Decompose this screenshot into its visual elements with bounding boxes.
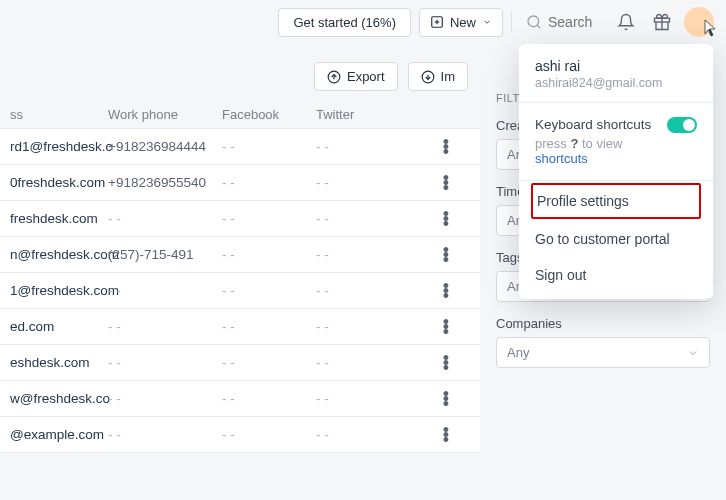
cell-phone: +918236955540 — [108, 175, 222, 190]
cell-email: @example.com — [10, 427, 108, 442]
cell-phone: (257)-715-491 — [108, 247, 222, 262]
row-actions-button[interactable]: ••• — [426, 391, 466, 406]
cell-facebook: - - — [222, 175, 316, 190]
cell-phone: - - — [108, 427, 222, 442]
cell-twitter: - - — [316, 211, 426, 226]
row-actions-button[interactable]: ••• — [426, 319, 466, 334]
row-actions-button[interactable]: ••• — [426, 247, 466, 262]
notifications-button[interactable] — [612, 8, 640, 36]
column-header-twitter[interactable]: Twitter — [316, 107, 426, 122]
row-actions-button[interactable]: ••• — [426, 355, 466, 370]
keyboard-shortcuts-block: Keyboard shortcuts press ? to view short… — [519, 105, 713, 178]
cell-facebook: - - — [222, 139, 316, 154]
cell-phone: - - — [108, 283, 222, 298]
row-actions-button[interactable]: ••• — [426, 211, 466, 226]
cell-twitter: - - — [316, 139, 426, 154]
profile-email: ashirai824@gmail.com — [519, 74, 713, 100]
cell-twitter: - - — [316, 283, 426, 298]
cell-facebook: - - — [222, 283, 316, 298]
search-input[interactable] — [548, 14, 598, 30]
kb-shortcuts-link[interactable]: shortcuts — [535, 151, 588, 166]
menu-divider — [519, 180, 713, 181]
cell-facebook: - - — [222, 319, 316, 334]
import-label: Im — [441, 69, 455, 84]
kb-title: Keyboard shortcuts — [535, 115, 659, 135]
row-actions-button[interactable]: ••• — [426, 175, 466, 190]
row-actions-button[interactable]: ••• — [426, 427, 466, 442]
cell-twitter: - - — [316, 175, 426, 190]
get-started-button[interactable]: Get started (16%) — [278, 8, 411, 37]
cell-phone: - - — [108, 391, 222, 406]
cell-facebook: - - — [222, 355, 316, 370]
table-row[interactable]: n@freshdesk.com(257)-715-491- -- -••• — [0, 237, 480, 273]
svg-point-3 — [528, 16, 539, 27]
cell-email: rd1@freshdesk.c — [10, 139, 108, 154]
cell-email: w@freshdesk.co — [10, 391, 108, 406]
table-row[interactable]: 0freshdesk.com+918236955540- -- -••• — [0, 165, 480, 201]
contacts-table: Export Im ss Work phone Facebook Twitter… — [0, 44, 480, 500]
gift-icon — [653, 13, 671, 31]
cell-twitter: - - — [316, 355, 426, 370]
whats-new-button[interactable] — [648, 8, 676, 36]
cell-phone: +918236984444 — [108, 139, 222, 154]
menu-divider — [519, 102, 713, 103]
cursor-icon — [702, 18, 718, 41]
table-row[interactable]: eshdesk.com- -- -- -••• — [0, 345, 480, 381]
customer-portal-item[interactable]: Go to customer portal — [519, 221, 713, 257]
export-button[interactable]: Export — [314, 62, 398, 91]
cell-facebook: - - — [222, 247, 316, 262]
cell-twitter: - - — [316, 427, 426, 442]
chevron-down-icon — [687, 347, 699, 359]
table-row[interactable]: freshdesk.com- -- -- -••• — [0, 201, 480, 237]
search-button[interactable] — [520, 14, 604, 30]
table-header-row: ss Work phone Facebook Twitter — [0, 101, 480, 128]
cell-twitter: - - — [316, 247, 426, 262]
cell-facebook: - - — [222, 391, 316, 406]
divider — [511, 11, 512, 33]
plus-square-icon — [430, 15, 444, 29]
new-button[interactable]: New — [419, 8, 503, 37]
cell-twitter: - - — [316, 391, 426, 406]
row-actions-button[interactable]: ••• — [426, 283, 466, 298]
new-label: New — [450, 15, 476, 30]
app-header: Get started (16%) New — [0, 0, 726, 44]
bell-icon — [617, 13, 635, 31]
profile-menu: ashi rai ashirai824@gmail.com Keyboard s… — [519, 44, 713, 299]
sign-out-item[interactable]: Sign out — [519, 257, 713, 293]
table-row[interactable]: ed.com- -- -- -••• — [0, 309, 480, 345]
cell-facebook: - - — [222, 427, 316, 442]
cell-facebook: - - — [222, 211, 316, 226]
filter-companies-value: Any — [507, 345, 529, 360]
cell-email: ed.com — [10, 319, 108, 334]
cell-email: freshdesk.com — [10, 211, 108, 226]
kb-toggle[interactable] — [667, 117, 697, 133]
column-header-ss[interactable]: ss — [10, 107, 108, 122]
svg-line-4 — [537, 25, 540, 28]
row-actions-button[interactable]: ••• — [426, 139, 466, 154]
table-row[interactable]: 1@freshdesk.com- -- -- -••• — [0, 273, 480, 309]
column-header-phone[interactable]: Work phone — [108, 107, 222, 122]
chevron-down-icon — [482, 17, 492, 27]
filter-companies-label: Companies — [496, 316, 710, 331]
table-toolbar: Export Im — [0, 44, 480, 101]
cell-email: n@freshdesk.com — [10, 247, 108, 262]
export-icon — [327, 70, 341, 84]
export-label: Export — [347, 69, 385, 84]
filter-companies-select[interactable]: Any — [496, 337, 710, 368]
profile-avatar-button[interactable] — [684, 7, 714, 37]
profile-settings-item[interactable]: Profile settings — [531, 183, 701, 219]
cell-phone: - - — [108, 355, 222, 370]
import-icon — [421, 70, 435, 84]
import-button[interactable]: Im — [408, 62, 468, 91]
column-header-actions — [426, 107, 466, 122]
column-header-facebook[interactable]: Facebook — [222, 107, 316, 122]
cell-twitter: - - — [316, 319, 426, 334]
cell-email: 1@freshdesk.com — [10, 283, 108, 298]
cell-phone: - - — [108, 319, 222, 334]
table-row[interactable]: @example.com- -- -- -••• — [0, 417, 480, 453]
cell-email: eshdesk.com — [10, 355, 108, 370]
cell-email: 0freshdesk.com — [10, 175, 108, 190]
profile-name: ashi rai — [519, 58, 713, 74]
table-row[interactable]: w@freshdesk.co- -- -- -••• — [0, 381, 480, 417]
table-row[interactable]: rd1@freshdesk.c+918236984444- -- -••• — [0, 129, 480, 165]
